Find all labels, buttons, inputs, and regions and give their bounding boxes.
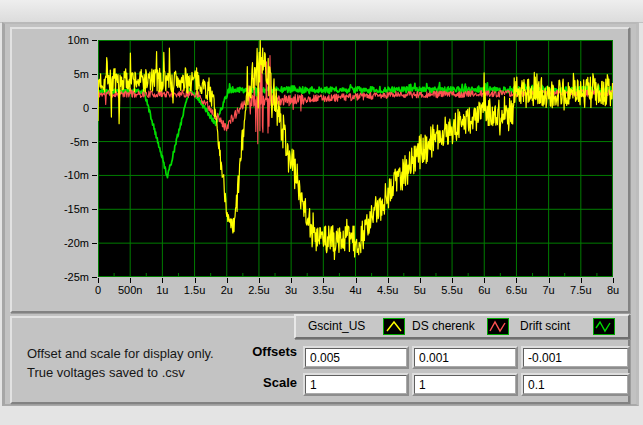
x-tick-mark	[452, 278, 453, 283]
y-tick-label: -5m	[34, 135, 89, 149]
gscint-us-swatch-icon	[383, 318, 405, 335]
legend-item-ds-cherenk[interactable]: DS cherenk	[410, 316, 510, 337]
display-note-line1: Offset and scale for display only.	[27, 344, 214, 363]
x-tick-mark	[323, 278, 324, 283]
legend-label-gscint-us: Gscint_US	[308, 319, 365, 333]
plot-legend: Gscint_US DS cherenk Drift scint	[294, 314, 630, 339]
scale-field-ds-cherenk	[412, 373, 518, 396]
y-tick-mark	[92, 209, 97, 210]
x-tick-mark	[195, 278, 196, 283]
y-tick-label: -25m	[34, 270, 89, 284]
x-tick-mark	[98, 278, 99, 283]
y-tick-label: -10m	[34, 168, 89, 182]
scale-input-drift-scint[interactable]	[523, 375, 628, 394]
y-tick-mark	[92, 243, 97, 244]
y-tick-label: 0	[34, 101, 89, 115]
window-top-strip	[0, 0, 643, 23]
ds-cherenk-swatch-icon	[487, 318, 509, 335]
x-tick-mark	[484, 278, 485, 283]
offset-input-gscint-us[interactable]	[305, 348, 407, 367]
application-window: { "note": { "line1": "Offset and scale f…	[0, 0, 643, 425]
x-tick-mark	[516, 278, 517, 283]
y-tick-label: -20m	[34, 236, 89, 250]
legend-label-drift-scint: Drift scint	[520, 319, 570, 333]
x-tick-mark	[613, 278, 614, 283]
y-tick-mark	[92, 74, 97, 75]
offset-input-ds-cherenk[interactable]	[414, 348, 516, 367]
offsets-label: Offsets	[197, 345, 297, 359]
display-note-line2: True voltages saved to .csv	[27, 363, 214, 382]
legend-label-ds-cherenk: DS cherenk	[412, 319, 475, 333]
legend-item-gscint-us[interactable]: Gscint_US	[306, 316, 406, 337]
x-tick-mark	[356, 278, 357, 283]
x-tick-mark	[259, 278, 260, 283]
drift-scint-swatch-icon	[593, 318, 615, 335]
scale-field-drift-scint	[521, 373, 630, 396]
x-tick-mark	[162, 278, 163, 283]
y-tick-mark	[92, 40, 97, 41]
y-tick-label: 10m	[34, 33, 89, 47]
offset-field-ds-cherenk	[412, 346, 518, 369]
y-tick-mark	[92, 277, 97, 278]
waveform-plot-area	[98, 40, 613, 277]
y-tick-label: -15m	[34, 202, 89, 216]
x-tick-mark	[227, 278, 228, 283]
x-tick-mark	[291, 278, 292, 283]
offset-field-drift-scint	[521, 346, 630, 369]
x-tick-mark	[388, 278, 389, 283]
y-tick-mark	[92, 142, 97, 143]
offset-input-drift-scint[interactable]	[523, 348, 628, 367]
graph-panel: 10m5m0-5m-10m-15m-20m-25m 0500n1u1.5u2u2…	[10, 27, 630, 313]
y-tick-mark	[92, 175, 97, 176]
x-tick-label: 8u	[588, 284, 638, 297]
scale-field-gscint-us	[303, 373, 409, 396]
scale-input-gscint-us[interactable]	[305, 375, 407, 394]
scale-input-ds-cherenk[interactable]	[414, 375, 516, 394]
x-tick-mark	[581, 278, 582, 283]
y-tick-label: 5m	[34, 67, 89, 81]
display-note: Offset and scale for display only. True …	[27, 344, 214, 382]
front-panel-workspace: 10m5m0-5m-10m-15m-20m-25m 0500n1u1.5u2u2…	[2, 22, 639, 406]
offset-field-gscint-us	[303, 346, 409, 369]
controls-panel: Gscint_US DS cherenk Drift scint Offset …	[10, 316, 630, 404]
x-tick-mark	[420, 278, 421, 283]
y-tick-mark	[92, 108, 97, 109]
scale-label: Scale	[197, 376, 297, 390]
x-tick-mark	[549, 278, 550, 283]
legend-item-drift-scint[interactable]: Drift scint	[518, 316, 616, 337]
x-tick-mark	[130, 278, 131, 283]
